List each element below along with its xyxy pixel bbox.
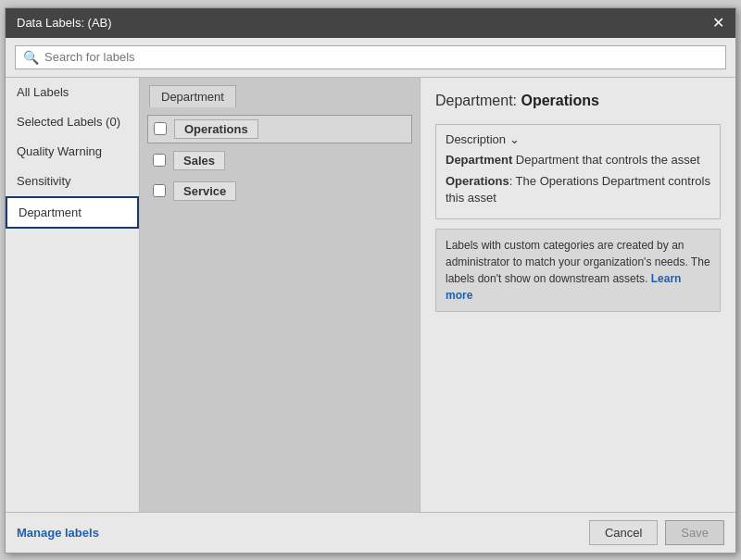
manage-labels-link[interactable]: Manage labels xyxy=(17,526,99,540)
search-input[interactable] xyxy=(44,50,718,64)
dialog-title: Data Labels: (AB) xyxy=(17,16,112,30)
description-header[interactable]: Description ⌄ xyxy=(446,132,710,146)
right-panel: Department: Operations Description ⌄ Dep… xyxy=(421,78,735,512)
sidebar-item-sensitivity[interactable]: Sensitivity xyxy=(6,167,139,196)
sidebar-scroll: All Labels Selected Labels (0) Quality W… xyxy=(6,78,139,512)
sidebar-item-all-labels[interactable]: All Labels xyxy=(6,78,139,107)
footer-right: Cancel Save xyxy=(589,520,724,545)
sidebar-item-quality-warning[interactable]: Quality Warning xyxy=(6,137,139,167)
footer-left: Manage labels xyxy=(17,526,99,540)
main-content: All Labels Selected Labels (0) Quality W… xyxy=(6,78,735,512)
search-input-wrap: 🔍 xyxy=(15,45,726,69)
middle-panel: Department Operations Sales Service xyxy=(140,78,421,512)
desc-row-department: Department Department that controls the … xyxy=(446,152,710,168)
close-button[interactable]: ✕ xyxy=(712,16,724,31)
label-item-operations[interactable]: Operations xyxy=(147,115,412,143)
sales-chip: Sales xyxy=(173,151,225,170)
info-box: Labels with custom categories are create… xyxy=(435,229,721,312)
detail-title: Department: Operations xyxy=(435,93,721,109)
operations-chip: Operations xyxy=(174,119,258,139)
desc-bold-operations: Operations xyxy=(446,174,509,188)
department-tab[interactable]: Department xyxy=(149,85,236,107)
detail-category: Department: xyxy=(435,93,517,108)
data-labels-dialog: Data Labels: (AB) ✕ 🔍 All Labels Selecte… xyxy=(5,7,736,554)
desc-bold-department: Department xyxy=(446,153,512,167)
search-bar: 🔍 xyxy=(6,38,735,78)
label-item-sales[interactable]: Sales xyxy=(147,147,412,174)
desc-row-operations: Operations: The Operations Department co… xyxy=(446,173,710,206)
search-icon: 🔍 xyxy=(23,50,39,65)
service-chip: Service xyxy=(173,181,236,201)
title-bar: Data Labels: (AB) ✕ xyxy=(6,8,735,38)
chevron-down-icon: ⌄ xyxy=(509,132,520,146)
cancel-button[interactable]: Cancel xyxy=(589,520,658,545)
sidebar: All Labels Selected Labels (0) Quality W… xyxy=(6,78,140,512)
sidebar-item-selected-labels[interactable]: Selected Labels (0) xyxy=(6,107,139,137)
detail-label-name: Operations xyxy=(521,93,599,108)
dept-tab-bar: Department xyxy=(140,78,420,107)
description-section: Description ⌄ Department Department that… xyxy=(435,124,721,220)
footer: Manage labels Cancel Save xyxy=(6,512,735,553)
save-button[interactable]: Save xyxy=(665,520,724,545)
sidebar-item-department[interactable]: Department xyxy=(6,196,139,229)
label-list: Operations Sales Service xyxy=(140,107,420,512)
service-checkbox[interactable] xyxy=(153,184,166,197)
label-item-service[interactable]: Service xyxy=(147,178,412,205)
sales-checkbox[interactable] xyxy=(153,154,166,167)
operations-checkbox[interactable] xyxy=(154,122,167,135)
